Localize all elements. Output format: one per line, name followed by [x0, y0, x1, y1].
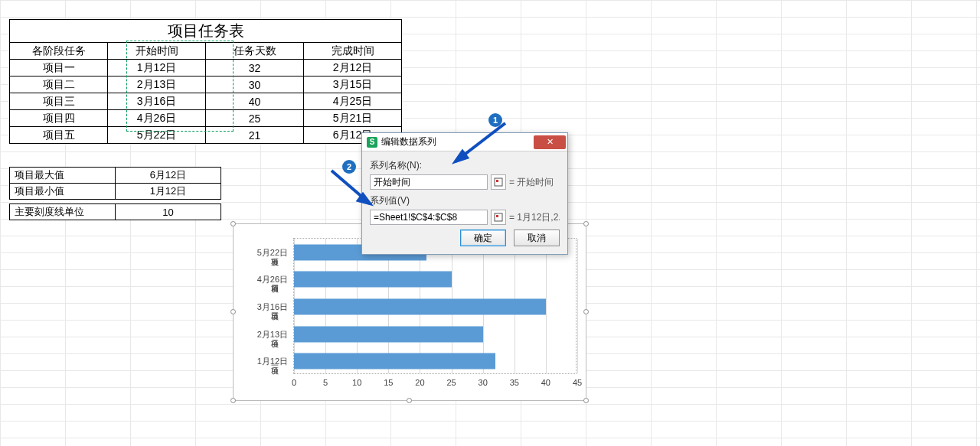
summary-min-value[interactable]: 1月12日: [116, 184, 221, 200]
table-row: 项目五 5月22日 21 6月12日: [10, 127, 402, 144]
arrow-icon: [320, 167, 381, 213]
svg-marker-5: [456, 151, 467, 161]
svg-marker-7: [358, 194, 370, 203]
task-table: 项目任务表 各阶段任务 开始时间 任务天数 完成时间 项目一 1月12日 32 …: [9, 19, 402, 144]
range-picker-button[interactable]: [491, 210, 506, 225]
chart-x-tick: 45: [573, 378, 582, 387]
task-header-0: 各阶段任务: [10, 43, 108, 60]
chart-bar[interactable]: [294, 299, 546, 315]
chart-x-tick: 35: [510, 378, 519, 387]
series-values-label: 系列值(V): [370, 194, 560, 207]
chart-gridline: [546, 239, 547, 373]
table-row: 项目四 4月26日 25 5月21日: [10, 110, 402, 127]
summary-tick-value[interactable]: 10: [116, 204, 221, 220]
chart-x-tick: 20: [415, 378, 424, 387]
chart-x-tick: 40: [541, 378, 550, 387]
range-picker-button[interactable]: [491, 174, 506, 190]
ok-button[interactable]: 确定: [460, 230, 506, 246]
svg-rect-3: [496, 215, 498, 217]
chart-x-tick: 15: [384, 378, 393, 387]
dialog-title: 编辑数据系列: [381, 135, 436, 148]
table-row: 项目二 2月13日 30 3月15日: [10, 77, 402, 93]
summary-max-label[interactable]: 项目最大值: [10, 168, 116, 184]
summary-tick-label[interactable]: 主要刻度线单位: [10, 204, 116, 220]
svg-rect-1: [496, 180, 498, 182]
task-table-title: 项目任务表: [10, 20, 402, 43]
chart-x-tick: 30: [479, 378, 488, 387]
chart-bar[interactable]: [294, 272, 452, 288]
series-values-input[interactable]: =Sheet1!$C$4:$C$8: [370, 210, 488, 225]
summary-table: 项目最大值 6月12日 项目最小值 1月12日 主要刻度线单位 10: [9, 167, 221, 220]
task-header-3: 完成时间: [304, 43, 402, 60]
chart-y-category: 项目五: [269, 239, 279, 265]
app-icon: S: [367, 137, 377, 148]
series-name-input[interactable]: 开始时间: [370, 174, 488, 190]
chart-y-category: 项目三: [269, 294, 279, 320]
chart-plot-area[interactable]: 0510152025303540451月12日项目一2月13日项目二3月16日项…: [293, 238, 577, 374]
chart-x-tick: 0: [292, 378, 296, 387]
series-name-readout: = 开始时间: [509, 176, 560, 189]
chart-bar[interactable]: [294, 326, 483, 342]
table-row: 项目三 3月16日 40 4月25日: [10, 93, 402, 110]
task-header-1: 开始时间: [108, 43, 206, 60]
summary-min-label[interactable]: 项目最小值: [10, 184, 116, 200]
chart-x-tick: 25: [446, 378, 456, 387]
chart-bar[interactable]: [294, 353, 495, 369]
chart-x-tick: 10: [352, 378, 361, 387]
summary-max-value[interactable]: 6月12日: [116, 168, 221, 184]
chart-y-category: 项目二: [269, 321, 279, 347]
chart-y-category: 项目一: [269, 348, 279, 374]
arrow-icon: [444, 119, 513, 173]
chart-gridline: [577, 239, 578, 373]
close-button[interactable]: ✕: [534, 135, 566, 149]
cancel-button[interactable]: 取消: [514, 230, 560, 246]
series-values-readout: = 1月12日,2...: [509, 211, 560, 224]
table-row: 项目一 1月12日 32 2月12日: [10, 60, 402, 77]
chart-y-category: 项目四: [269, 266, 279, 292]
task-header-2: 任务天数: [206, 43, 304, 60]
chart-x-tick: 5: [323, 378, 328, 387]
